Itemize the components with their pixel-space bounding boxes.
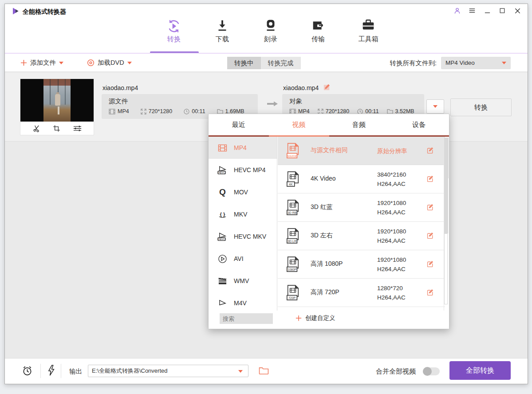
video-thumbnail[interactable] [20,79,94,135]
circle-play-icon [217,253,228,264]
popup-tab-设备[interactable]: 设备 [389,114,449,135]
source-panel-title: 源文件 [109,97,258,106]
edit-preset-icon[interactable] [426,175,434,184]
film-icon [217,142,228,154]
edit-preset-icon[interactable] [426,260,434,269]
svg-text:3D LR: 3D LR [288,240,296,243]
hevc-icon: HEVC [217,164,228,176]
preset-row[interactable]: 3D LR 3D 左右 1920*1080H264,AAC [278,222,445,250]
tab-converting[interactable]: 转换中 [227,57,261,69]
output-path-select[interactable]: E:\全能格式转换器\Converted [88,365,248,377]
svg-text:Q: Q [219,188,226,197]
preset-row[interactable]: 3D RB 3D 红蓝 1920*1080H264,AAC [278,193,445,222]
convert-state-tabs: 转换中 转换完成 [227,57,301,69]
titlebar: 全能格式转换器 [5,4,528,18]
format-item-mp4[interactable]: MP4 [209,137,277,159]
tab-finished[interactable]: 转换完成 [261,57,301,69]
preset-file-icon: 720P [286,284,300,301]
create-custom-button[interactable]: 创建自定义 [296,314,335,322]
tab-download-label: 下载 [216,35,229,43]
format-item-avi[interactable]: AVI [209,248,277,270]
app-window: 全能格式转换器 转换 [4,4,528,384]
format-item-mkv[interactable]: { } MKV [209,203,277,225]
target-format-dropdown-button[interactable] [426,99,444,114]
preset-list: source 与源文件相同 原始分辨率 4K 4K Video 3840*216… [278,137,445,311]
svg-text:720P: 720P [288,296,296,299]
format-item-m4v[interactable]: M4V [209,292,277,311]
convert-all-to-label: 转换所有文件到: [390,59,437,67]
open-folder-icon[interactable] [259,366,269,374]
format-item-mov[interactable]: Q MOV [209,181,277,203]
file-list-area: xiaodao.mp4 源文件 MP4 720*1280 00:11 1.69M… [5,72,528,358]
popup-tab-最近[interactable]: 最近 [209,114,269,135]
play-outline-icon [217,297,228,309]
source-filename: xiaodao.mp4 [102,84,138,91]
download-icon [207,18,238,35]
format-item-wmv[interactable]: WMV [209,270,277,292]
tab-toolbox-label: 工具箱 [359,35,378,43]
svg-text:{ }: { } [220,211,225,217]
create-custom-label: 创建自定义 [305,314,335,322]
load-dvd-label: 加载DVD [98,59,124,67]
edit-preset-icon[interactable] [426,203,434,213]
add-files-button[interactable]: 添加文件 [20,54,63,72]
convert-button[interactable]: 转换 [450,98,512,116]
chevron-down-icon [127,62,132,64]
search-input[interactable] [220,313,273,324]
crop-icon[interactable] [52,124,61,133]
transfer-icon [303,18,334,35]
load-dvd-button[interactable]: 加载DVD [87,54,132,72]
edit-preset-icon[interactable] [426,288,434,298]
close-icon[interactable] [513,7,521,15]
tab-transfer[interactable]: 传输 [303,18,334,50]
popup-tab-视频[interactable]: 视频 [269,114,329,135]
thumbnail-image [20,79,94,122]
maximize-icon[interactable] [498,7,506,15]
preset-row[interactable]: 1080P 高清 1080P 1920*1080H264,AAC [278,250,445,279]
tab-burn[interactable]: 刻录 [255,18,286,50]
thumbnail-actions [20,122,94,135]
preset-row[interactable]: 4K 4K Video 3840*2160H264,AAC [278,165,445,193]
svg-text:HEVC: HEVC [218,171,225,173]
chevron-down-icon [59,62,63,64]
svg-text:3D RB: 3D RB [288,211,297,214]
tab-convert[interactable]: 转换 [158,18,189,50]
preset-row[interactable]: source 与源文件相同 原始分辨率 [278,137,445,165]
source-duration: 00:11 [192,108,205,114]
add-files-label: 添加文件 [30,59,56,67]
output-format-dropdown[interactable]: MP4 Video [441,57,511,69]
edit-preset-icon[interactable] [426,146,434,156]
high-speed-icon[interactable] [47,365,55,376]
tab-burn-label: 刻录 [264,35,277,43]
user-icon[interactable] [453,7,461,15]
menu-icon[interactable] [468,7,476,15]
resolution-icon [141,109,146,114]
edit-preset-icon[interactable] [426,232,434,241]
bottom-bar: 输出 E:\全能格式转换器\Converted 合并全部视频 全部转换 [5,358,528,384]
popup-tab-音频[interactable]: 音频 [329,114,389,135]
convert-icon [158,18,189,35]
tab-toolbox[interactable]: 工具箱 [353,18,384,50]
clapper-icon [217,275,228,287]
preset-file-icon: 4K [286,171,300,188]
cut-icon[interactable] [32,124,41,133]
preset-list-scrollbar[interactable] [444,138,448,311]
plus-icon [296,315,302,321]
preset-row[interactable]: 720P 高清 720P 1280*720H264,AAC [278,279,445,307]
svg-text:HEVC: HEVC [218,237,225,240]
divider [40,364,41,378]
merge-all-toggle[interactable] [423,367,440,375]
target-filename: xiaodao.mp4 [283,84,319,91]
chevron-down-icon [238,370,243,373]
effects-icon[interactable] [73,124,82,133]
burn-icon [255,18,286,35]
minimize-icon[interactable] [483,7,491,15]
tab-download[interactable]: 下载 [207,18,238,50]
rename-icon[interactable] [323,83,331,93]
format-item-hevc-mp4[interactable]: HEVC HEVC MP4 [209,159,277,181]
schedule-icon[interactable] [22,365,33,376]
format-item-hevc-mkv[interactable]: HEVC HEVC MKV [209,225,277,248]
toolbar: 添加文件 加载DVD 转换中 转换完成 转换所有文件到: MP4 Video [5,54,528,72]
source-resolution: 720*1280 [149,108,173,114]
convert-all-button[interactable]: 全部转换 [449,361,511,380]
